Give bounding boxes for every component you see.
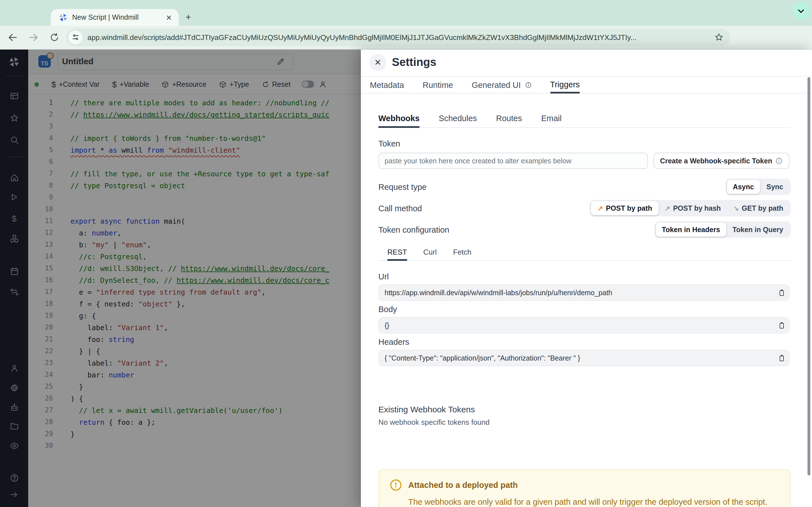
bookmark-star-icon[interactable]: [714, 33, 723, 42]
create-webhook-token-label: Create a Webhook-specific Token: [660, 157, 772, 165]
tab-generated-ui[interactable]: Generated UI: [472, 76, 531, 93]
page-content: $ TS Untitled $+Context Var$+Variable+Re…: [0, 50, 812, 507]
warning-text: The webhooks are only valid for a given …: [408, 497, 779, 506]
headers-value[interactable]: [379, 354, 774, 362]
reload-button[interactable]: [47, 30, 61, 45]
new-tab-button[interactable]: +: [183, 12, 194, 23]
settings-tabs: MetadataRuntimeGenerated UITriggers: [361, 76, 812, 94]
modal-dim-overlay[interactable]: [0, 50, 361, 507]
body-label: Body: [378, 305, 397, 314]
browser-tab[interactable]: New Script | Windmill ✕: [51, 9, 179, 26]
browser-tabstrip: New Script | Windmill ✕ +: [0, 0, 812, 26]
copy-icon[interactable]: [774, 321, 789, 329]
chevron-down-icon: [797, 7, 805, 15]
site-settings-icon[interactable]: [68, 30, 82, 44]
drawer-header: ✕ Settings: [361, 50, 812, 76]
copy-icon[interactable]: [774, 289, 789, 297]
url-value[interactable]: [379, 289, 774, 297]
settings-drawer: ✕ Settings MetadataRuntimeGenerated UITr…: [361, 50, 812, 507]
trigger-tab-webhooks[interactable]: Webhooks: [378, 110, 419, 128]
call-method-control: ↗POST by path↗POST by hash↘GET by path: [361, 200, 791, 216]
token-row: Create a Webhook-specific Token: [378, 153, 790, 169]
arrow-down-right-icon: ↘: [733, 204, 739, 212]
url-bar[interactable]: app.windmill.dev/scripts/add#JTdCJTIyaGF…: [66, 29, 730, 46]
drawer-title: Settings: [392, 56, 437, 69]
existing-tokens-empty-text: No webhook specific tokens found: [378, 418, 490, 427]
option-post-by-path[interactable]: ↗POST by path: [591, 201, 658, 215]
close-button[interactable]: ✕: [369, 54, 386, 71]
body-field: [378, 317, 790, 334]
trigger-tab-schedules[interactable]: Schedules: [439, 110, 477, 127]
tab-title: New Script | Windmill: [72, 13, 165, 21]
option-async[interactable]: Async: [726, 180, 760, 194]
existing-tokens-heading: Existing Webhook Tokens: [378, 404, 475, 414]
headers-label: Headers: [378, 337, 409, 346]
screen: New Script | Windmill ✕ + app.windmill.d…: [0, 0, 812, 507]
tab-close-icon[interactable]: ✕: [165, 13, 173, 22]
drawer-scrollbar[interactable]: [808, 77, 810, 475]
deployed-path-warning: ! Attached to a deployed path The webhoo…: [378, 469, 791, 507]
trigger-tabs: WebhooksSchedulesRoutesEmail: [378, 110, 791, 128]
snippet-tab-curl[interactable]: Curl: [423, 245, 437, 260]
warning-icon: !: [390, 480, 402, 491]
warning-title: Attached to a deployed path: [408, 481, 518, 490]
tab-metadata[interactable]: Metadata: [370, 76, 404, 93]
token-label: Token: [378, 139, 400, 148]
option-post-by-hash[interactable]: ↗POST by hash: [658, 201, 727, 215]
trigger-tab-routes[interactable]: Routes: [496, 110, 522, 127]
create-webhook-token-button[interactable]: Create a Webhook-specific Token: [654, 153, 790, 169]
info-icon: [776, 157, 783, 165]
token-configuration-control: Token in HeadersToken in Query: [361, 221, 791, 238]
windmill-favicon-icon: [59, 13, 68, 22]
arrow-up-right-icon: ↗: [665, 204, 670, 212]
trigger-tab-email[interactable]: Email: [541, 110, 562, 127]
info-icon: [525, 81, 531, 88]
tab-runtime[interactable]: Runtime: [423, 76, 453, 93]
url-label: Url: [378, 272, 389, 281]
option-sync[interactable]: Sync: [760, 180, 790, 194]
tab-triggers[interactable]: Triggers: [550, 76, 580, 94]
back-button[interactable]: [5, 30, 20, 45]
window-chevron-button[interactable]: [793, 3, 809, 19]
arrow-up-right-icon: ↗: [598, 204, 603, 212]
copy-icon[interactable]: [774, 354, 789, 362]
option-get-by-path[interactable]: ↘GET by path: [727, 201, 790, 215]
url-field: [378, 284, 790, 301]
option-token-in-headers[interactable]: Token in Headers: [656, 223, 726, 237]
forward-button[interactable]: [26, 30, 41, 45]
snippet-tabs: RESTCurlFetch: [378, 245, 791, 261]
option-token-in-query[interactable]: Token in Query: [726, 223, 790, 237]
url-text[interactable]: app.windmill.dev/scripts/add#JTdCJTIyaGF…: [87, 33, 714, 41]
token-input[interactable]: [378, 153, 648, 169]
body-value[interactable]: [379, 321, 774, 329]
headers-field: [378, 350, 790, 366]
browser-toolbar: app.windmill.dev/scripts/add#JTdCJTIyaGF…: [0, 26, 812, 50]
request-type-control: AsyncSync: [361, 179, 791, 195]
snippet-tab-rest[interactable]: REST: [388, 245, 407, 261]
snippet-tab-fetch[interactable]: Fetch: [453, 245, 471, 260]
